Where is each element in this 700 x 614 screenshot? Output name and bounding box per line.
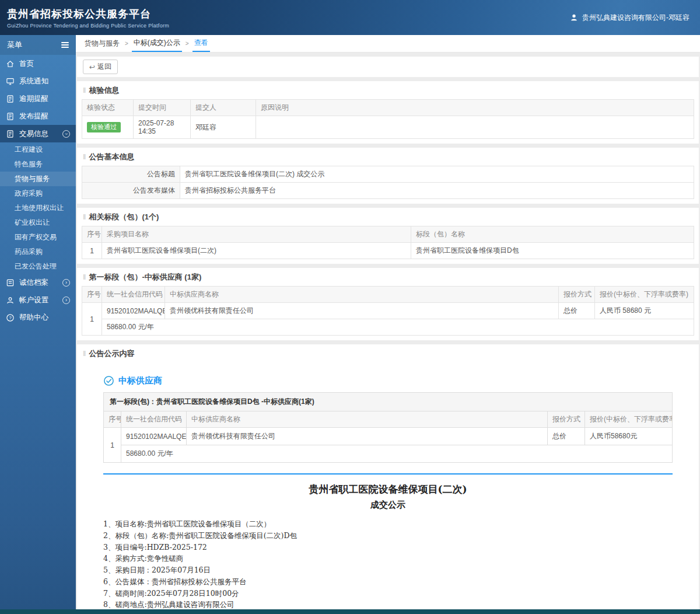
document-icon: [6, 130, 15, 138]
col-index: 序号: [104, 411, 121, 428]
user-icon: [570, 13, 579, 22]
status-badge: 核验通过: [87, 122, 121, 132]
help-icon: ?: [6, 313, 15, 322]
col-project-name: 采购项目名称: [102, 226, 411, 243]
submit-time-value: 2025-07-28 14:35: [134, 116, 191, 139]
sidebar-item-transaction-info[interactable]: 交易信息 ›: [0, 125, 76, 142]
svg-text:?: ?: [9, 315, 11, 320]
sidebar-item-system-notice[interactable]: 系统通知: [0, 72, 76, 90]
doc-line-package-name: 2、标段（包）名称:贵州省职工医院设备维保项目(二次)D包: [103, 531, 673, 542]
verification-table: 核验状态 提交时间 提交人 原因说明 核验通过 2025-07-28 14:35…: [82, 99, 694, 139]
home-icon: [6, 60, 15, 68]
col-quote-method: 报价方式: [548, 411, 585, 428]
table-row: 1 贵州省职工医院设备维保项目(二次) 贵州省职工医院设备维保项目D包: [82, 243, 694, 259]
sidebar: 菜单 首页 系统通知 逾期提醒 发布提醒: [0, 35, 76, 609]
breadcrumb-award-notice[interactable]: 中标(成交)公示: [132, 35, 182, 52]
winner-section: ‖第一标段（包）-中标供应商 (1家) 序号 统一社会信用代码 中标供应商名称 …: [77, 268, 699, 340]
breadcrumb: 货物与服务 > 中标(成交)公示 > 查看: [76, 35, 700, 53]
top-header: 贵州省招标投标公共服务平台 GuiZhou Province Tendering…: [0, 0, 700, 35]
back-label: 返回: [97, 62, 111, 72]
user-account[interactable]: 贵州弘典建设咨询有限公司-邓廷容: [570, 13, 690, 23]
col-submitter: 提交人: [191, 100, 256, 116]
quote-value: 人民币58680元: [585, 428, 673, 445]
sidebar-item-label: 系统通知: [19, 76, 48, 86]
sidebar-item-account-settings[interactable]: 帐户设置 ›: [0, 291, 76, 309]
table-row: 58680.00 元/年: [104, 445, 673, 463]
col-index: 序号: [82, 226, 102, 243]
section-title-packages: ‖相关标段（包）(1个): [77, 208, 699, 226]
col-quote-method: 报价方式: [559, 287, 595, 303]
back-icon: ↩: [89, 63, 95, 71]
announcement-document: 中标供应商 第一标段(包)：贵州省职工医院设备维保项目D包 -中标供应商(1家)…: [77, 362, 699, 609]
sidebar-item-home[interactable]: 首页: [0, 55, 76, 72]
document-subtitle: 成交公示: [77, 500, 699, 511]
doc-line-procurement-date: 5、采购日期：2025年07月16日: [103, 565, 673, 576]
sidebar-item-label: 逾期提醒: [19, 94, 48, 104]
package-bar: 第一标段(包)：贵州省职工医院设备维保项目D包 -中标供应商(1家): [103, 392, 673, 411]
col-quote: 报价(中标价、下浮率或费率): [585, 411, 673, 428]
col-index: 序号: [82, 287, 102, 303]
table-row: 公告发布媒体 贵州省招标投标公共服务平台: [82, 183, 694, 199]
col-credit-code: 统一社会信用代码: [102, 287, 165, 303]
submenu-item-drug-procurement[interactable]: 药品采购: [0, 245, 76, 259]
doc-line-project-name: 1、项目名称:贵州省职工医院设备维保项目（二次）: [103, 519, 673, 530]
menu-toggle[interactable]: 菜单: [0, 35, 76, 55]
section-marker: ‖: [83, 152, 86, 161]
col-verify-status: 核验状态: [82, 100, 134, 116]
brand: 贵州省招标投标公共服务平台 GuiZhou Province Tendering…: [7, 7, 169, 29]
sidebar-item-overdue-reminder[interactable]: 逾期提醒: [0, 90, 76, 107]
section-title-basic-info: ‖公告基本信息: [77, 148, 699, 166]
col-supplier-name: 中标供应商名称: [187, 411, 548, 428]
verified-icon: [103, 375, 114, 386]
section-marker: ‖: [83, 212, 86, 221]
basic-info-section: ‖公告基本信息 公告标题 贵州省职工医院设备维保项目(二次) 成交公示 公告发布…: [77, 148, 699, 204]
doc-line-procurement-method: 4、采购方式:竞争性磋商: [103, 553, 673, 564]
table-row: 核验通过 2025-07-28 14:35 邓廷容: [82, 116, 694, 139]
breadcrumb-separator: >: [125, 35, 128, 52]
expand-icon: ›: [62, 279, 70, 287]
supplier-heading-label: 中标供应商: [118, 375, 162, 386]
sidebar-item-label: 帮助中心: [19, 313, 48, 323]
submitter-value: 邓廷容: [191, 116, 256, 139]
user-gear-icon: [6, 296, 15, 305]
transaction-submenu: 工程建设 特色服务 货物与服务 政府采购 土地使用权出让 矿业权出让 国有产权交…: [0, 142, 76, 274]
packages-table: 序号 采购项目名称 标段（包）名称 1 贵州省职工医院设备维保项目(二次) 贵州…: [82, 226, 694, 259]
breadcrumb-view[interactable]: 查看: [192, 35, 210, 52]
document-title: 贵州省职工医院设备维保项目(二次): [77, 483, 699, 496]
document-body: 1、项目名称:贵州省职工医院设备维保项目（二次） 2、标段（包）名称:贵州省职工…: [103, 519, 673, 609]
submenu-item-published-notices[interactable]: 已发公告处理: [0, 259, 76, 274]
submenu-item-featured-services[interactable]: 特色服务: [0, 157, 76, 172]
back-button[interactable]: ↩ 返回: [83, 60, 118, 74]
bottom-bar: [0, 609, 700, 614]
submenu-item-engineering[interactable]: 工程建设: [0, 142, 76, 157]
main-content: 货物与服务 > 中标(成交)公示 > 查看 ↩ 返回 ‖核验信息 核验状态: [76, 35, 700, 609]
sidebar-item-publish-reminder[interactable]: 发布提醒: [0, 107, 76, 125]
submenu-item-mining-rights[interactable]: 矿业权出让: [0, 215, 76, 230]
submenu-item-state-property[interactable]: 国有产权交易: [0, 230, 76, 245]
annual-price-value: 58680.00 元/年: [102, 319, 694, 336]
doc-line-media: 6、公告媒体：贵州省招标投标公共服务平台: [103, 577, 673, 588]
related-packages-section: ‖相关标段（包）(1个) 序号 采购项目名称 标段（包）名称 1 贵州省职工医院…: [77, 208, 699, 264]
col-quote: 报价(中标价、下浮率或费率): [595, 287, 694, 303]
announcement-title-label: 公告标题: [82, 166, 180, 183]
basic-info-table: 公告标题 贵州省职工医院设备维保项目(二次) 成交公示 公告发布媒体 贵州省招标…: [82, 166, 694, 199]
quote-method-value: 总价: [548, 428, 585, 445]
submenu-item-land-use[interactable]: 土地使用权出让: [0, 201, 76, 215]
sidebar-item-help-center[interactable]: ? 帮助中心: [0, 309, 76, 326]
submenu-item-government-procurement[interactable]: 政府采购: [0, 186, 76, 201]
section-marker: ‖: [83, 86, 86, 95]
list-icon: [6, 278, 15, 287]
sidebar-item-label: 首页: [19, 59, 34, 69]
breadcrumb-goods-services[interactable]: 货物与服务: [83, 35, 121, 52]
table-row: 1 91520102MAALQEUK9U 贵州领优科技有限责任公司 总价 人民币…: [104, 428, 673, 445]
expand-icon: ›: [62, 296, 70, 304]
package-index: 1: [82, 243, 102, 259]
winner-index: 1: [82, 303, 102, 336]
submenu-item-goods-services[interactable]: 货物与服务: [0, 172, 76, 186]
section-marker: ‖: [83, 349, 86, 358]
document-icon: [6, 95, 15, 103]
section-title-verification: ‖核验信息: [77, 81, 699, 99]
sidebar-item-credit-archive[interactable]: 诚信档案 ›: [0, 274, 76, 291]
user-name: 贵州弘典建设咨询有限公司-邓廷容: [582, 13, 690, 23]
hamburger-icon: [61, 42, 69, 48]
